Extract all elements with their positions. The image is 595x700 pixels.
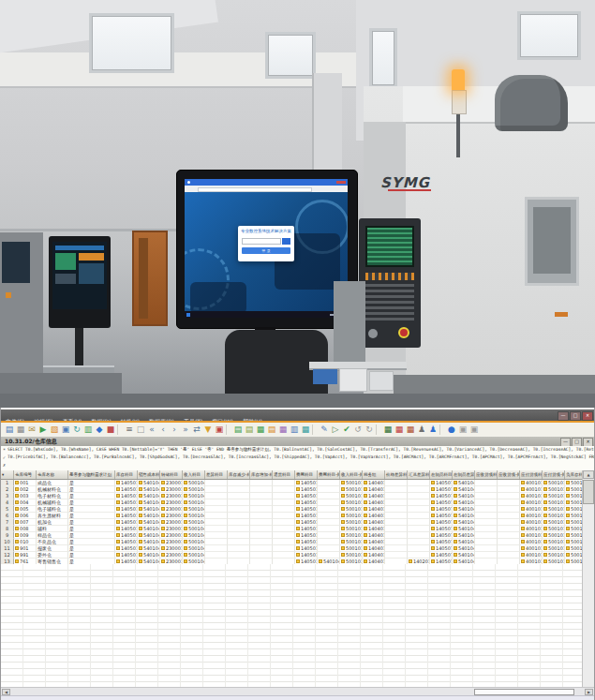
link-arrow-icon[interactable]	[409, 559, 412, 563]
link-arrow-icon[interactable]	[161, 507, 165, 511]
link-arrow-icon[interactable]	[139, 494, 142, 498]
link-arrow-icon[interactable]	[454, 559, 457, 563]
row-number-cell[interactable]: 12	[1, 552, 14, 559]
grid-column-header[interactable]: 退货科目	[273, 470, 295, 479]
link-arrow-icon[interactable]	[15, 487, 19, 491]
link-arrow-icon[interactable]	[15, 507, 19, 511]
link-arrow-icon[interactable]	[431, 487, 435, 491]
link-arrow-icon[interactable]	[161, 500, 165, 504]
sql-line[interactable]: *SELECT T0.[WhsCode], T0.[WhsName], CASE…	[1, 446, 594, 454]
run-script-icon[interactable]: ▷	[330, 424, 341, 436]
summary-table-icon[interactable]: ▦	[382, 424, 394, 436]
link-arrow-icon[interactable]	[566, 487, 570, 491]
grid-row[interactable]: 2002机械材料仓是140501540104230001500104140501…	[1, 486, 582, 493]
link-arrow-icon[interactable]	[431, 533, 435, 537]
next-record-icon[interactable]: ›	[169, 424, 180, 436]
grid-column-header[interactable]: 仓库编号	[14, 470, 37, 479]
link-arrow-icon[interactable]	[543, 520, 547, 524]
export-rows-icon[interactable]: ▤	[266, 424, 277, 436]
link-arrow-icon[interactable]	[116, 500, 120, 504]
link-arrow-icon[interactable]	[543, 533, 547, 537]
link-arrow-icon[interactable]	[431, 559, 435, 563]
link-arrow-icon[interactable]	[521, 500, 525, 504]
grid-column-header[interactable]: 价格差异科目	[385, 470, 408, 479]
undo-icon[interactable]: ↺	[352, 424, 364, 436]
row-number-cell[interactable]: 6	[1, 513, 14, 519]
link-arrow-icon[interactable]	[454, 507, 457, 511]
grid-column-header[interactable]: 转储科目	[160, 470, 183, 479]
link-arrow-icon[interactable]	[296, 514, 300, 517]
save-rows-icon[interactable]: ▦	[255, 424, 266, 436]
network-icon[interactable]: ●	[446, 424, 457, 436]
link-arrow-icon[interactable]	[543, 481, 547, 484]
link-arrow-icon[interactable]	[431, 520, 435, 524]
commit-icon[interactable]: ✔	[341, 424, 352, 436]
link-arrow-icon[interactable]	[341, 527, 345, 530]
copy-icon[interactable]: ▥	[82, 424, 94, 436]
link-arrow-icon[interactable]	[139, 481, 142, 484]
link-arrow-icon[interactable]	[364, 481, 367, 484]
link-arrow-icon[interactable]	[521, 527, 525, 530]
link-arrow-icon[interactable]	[543, 559, 547, 563]
link-arrow-icon[interactable]	[139, 533, 142, 537]
link-arrow-icon[interactable]	[296, 481, 300, 484]
grid-column-header[interactable]: 应付贷项-外币	[543, 470, 565, 479]
link-arrow-icon[interactable]	[161, 481, 165, 484]
link-arrow-icon[interactable]	[15, 500, 19, 504]
grid-row[interactable]: 5005电子辅料仓是140501540104230001500104140501…	[1, 506, 582, 513]
link-arrow-icon[interactable]	[15, 533, 19, 537]
grid-column-header[interactable]: 费用科目	[295, 470, 318, 479]
link-arrow-icon[interactable]	[341, 553, 345, 557]
save-icon[interactable]: ▣	[60, 424, 71, 436]
grid-row[interactable]: 11901报废仓是1405015401042300015001041405015…	[1, 545, 582, 552]
link-arrow-icon[interactable]	[139, 559, 142, 563]
link-arrow-icon[interactable]	[161, 494, 165, 498]
link-arrow-icon[interactable]	[364, 500, 367, 504]
link-arrow-icon[interactable]	[566, 494, 570, 498]
grid-column-header[interactable]: 销售成本科目	[138, 470, 160, 479]
link-arrow-icon[interactable]	[161, 533, 165, 537]
link-arrow-icon[interactable]	[296, 487, 300, 491]
link-arrow-icon[interactable]	[341, 514, 345, 517]
link-arrow-icon[interactable]	[184, 494, 187, 498]
window-minimize-button[interactable]: —	[558, 411, 569, 421]
error-table-icon[interactable]: ▦	[394, 424, 405, 436]
link-arrow-icon[interactable]	[139, 514, 142, 517]
link-arrow-icon[interactable]	[364, 527, 367, 530]
filter-icon[interactable]: ▼	[202, 424, 214, 436]
users-icon[interactable]: ♟	[427, 424, 439, 436]
link-arrow-icon[interactable]	[341, 487, 345, 491]
link-arrow-icon[interactable]	[319, 559, 322, 563]
link-arrow-icon[interactable]	[364, 540, 367, 544]
link-arrow-icon[interactable]	[15, 553, 19, 557]
link-arrow-icon[interactable]	[364, 553, 367, 557]
link-arrow-icon[interactable]	[15, 546, 19, 550]
link-arrow-icon[interactable]	[296, 546, 300, 550]
link-arrow-icon[interactable]	[161, 540, 165, 544]
link-arrow-icon[interactable]	[296, 507, 300, 511]
find-icon[interactable]: ≡	[124, 424, 135, 436]
link-arrow-icon[interactable]	[184, 533, 187, 537]
link-arrow-icon[interactable]	[566, 540, 570, 544]
link-arrow-icon[interactable]	[364, 487, 367, 491]
link-arrow-icon[interactable]	[116, 481, 120, 484]
row-number-cell[interactable]: 4	[1, 499, 14, 506]
link-arrow-icon[interactable]	[341, 494, 345, 498]
link-arrow-icon[interactable]	[431, 494, 435, 498]
last-record-icon[interactable]: »	[180, 424, 191, 436]
link-arrow-icon[interactable]	[566, 481, 570, 484]
link-arrow-icon[interactable]	[521, 553, 525, 557]
link-arrow-icon[interactable]	[184, 540, 187, 544]
settings-a-icon[interactable]: ▣	[457, 424, 469, 436]
grid-view-icon[interactable]: ▦	[300, 424, 311, 436]
link-arrow-icon[interactable]	[296, 520, 300, 524]
link-arrow-icon[interactable]	[184, 559, 187, 563]
link-arrow-icon[interactable]	[454, 514, 457, 517]
link-arrow-icon[interactable]	[184, 487, 187, 491]
open-folder-icon[interactable]: ▧	[49, 424, 60, 436]
link-arrow-icon[interactable]	[341, 500, 345, 504]
link-arrow-icon[interactable]	[566, 514, 570, 517]
link-arrow-icon[interactable]	[296, 540, 300, 544]
link-arrow-icon[interactable]	[543, 494, 547, 498]
link-arrow-icon[interactable]	[161, 514, 165, 517]
